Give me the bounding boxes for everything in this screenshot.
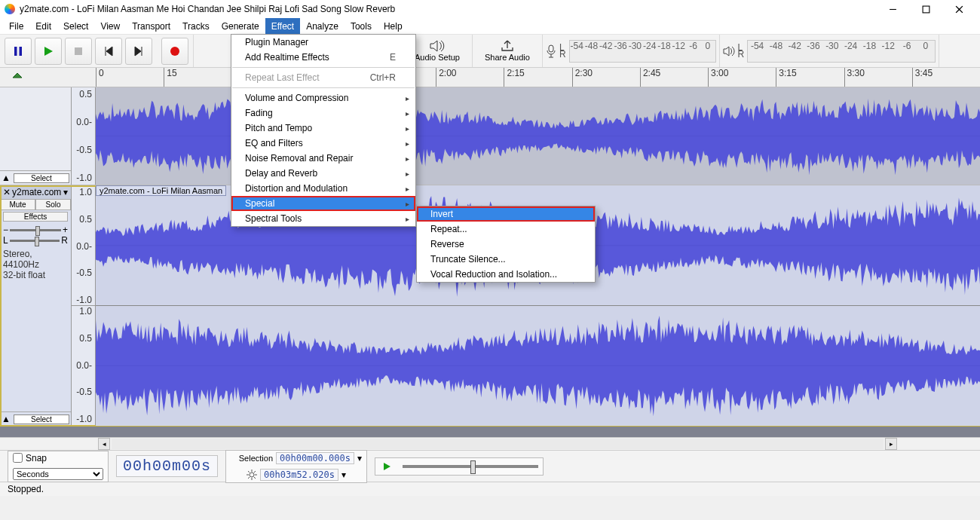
maximize-button[interactable] [909, 0, 942, 18]
pin-icon[interactable] [12, 72, 23, 83]
gain-slider[interactable]: −+ [3, 225, 68, 235]
svg-point-13 [250, 473, 254, 477]
menu-item-plugin-manager[interactable]: Plugin Manager [231, 35, 415, 50]
track-1-select-button[interactable]: Select [14, 173, 69, 183]
track-1-head[interactable]: ▲ Select [0, 87, 72, 185]
special-submenu: InvertRepeat...ReverseTruncate Silence..… [416, 206, 596, 283]
timeline-ruler[interactable]: 015301:301:452:002:152:302:453:003:153:3… [0, 68, 980, 87]
selection-toolbar: Snap Seconds 00h00m00s Selection 00h00m0… [0, 451, 980, 482]
close-track-icon[interactable]: ✕ [3, 187, 11, 197]
menu-item-distortion-and-modulation[interactable]: Distortion and Modulation [231, 181, 415, 196]
collapse-icon[interactable]: ▲ [2, 173, 11, 183]
close-button[interactable] [942, 0, 975, 18]
transport-group [0, 35, 194, 67]
submenu-item-repeat-[interactable]: Repeat... [417, 222, 595, 237]
skip-end-button[interactable] [125, 38, 152, 65]
menu-file[interactable]: File [3, 18, 29, 34]
play-button[interactable] [35, 38, 62, 65]
menu-view[interactable]: View [94, 18, 126, 34]
menu-item-eq-and-filters[interactable]: EQ and Filters [231, 136, 415, 151]
menu-select[interactable]: Select [57, 18, 94, 34]
status-text: Stopped. [8, 484, 44, 494]
menu-item-fading[interactable]: Fading [231, 106, 415, 121]
app-icon [5, 4, 15, 14]
selection-start[interactable]: 00h00m00.000s [276, 452, 354, 464]
svg-rect-6 [549, 45, 553, 52]
time-display[interactable]: 00h00m00s [116, 455, 218, 477]
menu-tools[interactable]: Tools [345, 18, 378, 34]
scroll-right-icon[interactable]: ▸ [885, 438, 897, 450]
submenu-item-reverse[interactable]: Reverse [417, 237, 595, 252]
snap-box: Snap Seconds [8, 451, 109, 482]
menu-item-volume-and-compression[interactable]: Volume and Compression [231, 90, 415, 106]
pause-button[interactable] [5, 38, 32, 65]
menu-item-pitch-and-tempo[interactable]: Pitch and Tempo [231, 121, 415, 136]
selection-box: Selection 00h00m00.000s▾ 00h03m52.020s▾ [225, 450, 367, 483]
minimize-button[interactable] [876, 0, 909, 18]
track-2-select-button[interactable]: Select [14, 414, 69, 424]
selection-label: Selection [231, 454, 273, 463]
play-at-speed-button[interactable] [380, 460, 394, 473]
window-title: y2mate.com - LoFi Milan Aasman Me Hoi Ch… [20, 4, 395, 14]
menu-help[interactable]: Help [378, 18, 409, 34]
track-1-waveform[interactable] [96, 87, 980, 185]
menu-item-noise-removal-and-repair[interactable]: Noise Removal and Repair [231, 151, 415, 166]
menu-item-special[interactable]: Special [231, 196, 415, 211]
menu-item-spectral-tools[interactable]: Spectral Tools [231, 211, 415, 226]
menu-edit[interactable]: Edit [29, 18, 57, 34]
menu-tracks[interactable]: Tracks [176, 18, 216, 34]
svg-rect-3 [75, 47, 82, 55]
stop-button[interactable] [65, 38, 92, 65]
svg-point-4 [170, 47, 179, 56]
effects-button[interactable]: Effects [3, 212, 68, 222]
audio-setup-label: Audio Setup [415, 53, 460, 62]
snap-checkbox[interactable]: Snap [13, 453, 47, 463]
playback-speed-box [375, 457, 544, 476]
share-audio-label: Share Audio [485, 53, 530, 62]
toolbar: Audio Setup Share Audio LR -54-48-42-36-… [0, 35, 980, 68]
menu-transport[interactable]: Transport [126, 18, 176, 34]
playback-meter[interactable]: LR -54-48-42-36-30-24-18-12-60 [720, 35, 940, 67]
track-1: ▲ Select 0.50.0--0.5-1.0 [0, 87, 980, 185]
track-format-label: Stereo, 44100Hz32-bit float [0, 247, 71, 282]
menu-item-delay-and-reverb[interactable]: Delay and Reverb [231, 166, 415, 181]
menu-generate[interactable]: Generate [216, 18, 265, 34]
gear-icon[interactable] [247, 470, 257, 480]
solo-button[interactable]: Solo [35, 199, 71, 210]
menu-bar: FileEditSelectViewTransportTracksGenerat… [0, 18, 980, 35]
menu-item-add-realtime-effects[interactable]: Add Realtime EffectsE [231, 50, 415, 65]
collapse-icon[interactable]: ▲ [2, 414, 11, 424]
title-bar: y2mate.com - LoFi Milan Aasman Me Hoi Ch… [0, 0, 980, 18]
microphone-icon [546, 44, 556, 58]
skip-start-button[interactable] [95, 38, 122, 65]
svg-rect-2 [20, 47, 23, 56]
track-2-name: y2mate.com [12, 187, 61, 197]
selection-end[interactable]: 00h03m52.020s [260, 469, 338, 481]
horizontal-scrollbar[interactable]: ◂ ▸ [0, 437, 980, 451]
submenu-item-vocal-reduction-and-isolation-[interactable]: Vocal Reduction and Isolation... [417, 267, 595, 282]
track-1-scale: 0.50.0--0.5-1.0 [72, 87, 96, 185]
effect-menu: Plugin ManagerAdd Realtime EffectsERepea… [231, 34, 416, 227]
recording-meter[interactable]: LR -54-48-42-36-30-24-18-12-60 [543, 35, 720, 67]
clip-title[interactable]: y2mate.com - LoFi Milan Aasman [96, 185, 226, 196]
scroll-left-icon[interactable]: ◂ [98, 438, 110, 450]
snap-select[interactable]: Seconds [13, 468, 103, 480]
svg-rect-0 [923, 6, 929, 13]
track-menu-icon[interactable]: ▾ [63, 187, 68, 197]
speaker-icon [723, 46, 735, 57]
menu-item-repeat-last-effect: Repeat Last EffectCtrl+R [231, 70, 415, 85]
menu-effect[interactable]: Effect [265, 18, 300, 34]
status-bar: Stopped. [0, 482, 980, 496]
submenu-item-invert[interactable]: Invert [417, 206, 595, 222]
menu-analyze[interactable]: Analyze [300, 18, 345, 34]
share-audio-group: Share Audio [473, 35, 543, 67]
svg-rect-1 [14, 47, 17, 56]
track-2-scale: 1.00.50.0--0.5-1.0 1.00.50.0--0.5-1.0 [72, 185, 96, 426]
speed-slider[interactable] [403, 465, 538, 468]
submenu-item-truncate-silence-[interactable]: Truncate Silence... [417, 252, 595, 267]
record-button[interactable] [161, 38, 188, 65]
track-2-head[interactable]: ✕y2mate.com▾ Mute Solo Effects −+ LR Ste… [0, 185, 72, 426]
mute-button[interactable]: Mute [0, 199, 35, 210]
share-audio-button[interactable]: Share Audio [477, 36, 537, 66]
pan-slider[interactable]: LR [3, 235, 68, 246]
